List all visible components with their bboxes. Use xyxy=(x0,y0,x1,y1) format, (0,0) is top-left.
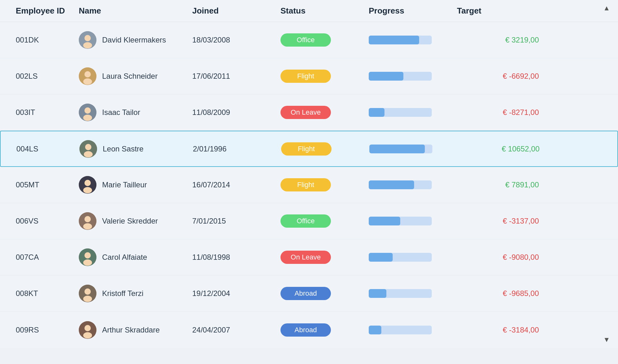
svg-point-4 xyxy=(84,71,91,77)
progress-cell xyxy=(366,326,454,334)
target-value: € 3219,00 xyxy=(454,36,542,44)
employee-name-cell: Arthur Skraddare xyxy=(76,321,189,339)
table-row[interactable]: 003IT Isaac Tailor11/08/2009On Leave€ -8… xyxy=(0,94,618,131)
status-badge: Flight xyxy=(280,70,331,83)
employee-name: Leon Sastre xyxy=(103,145,143,153)
target-value: € -9685,00 xyxy=(454,289,542,298)
header-cell-joined: Joined xyxy=(189,6,277,16)
progress-bar-fill xyxy=(369,217,400,225)
target-value: € -3184,00 xyxy=(454,326,542,334)
joined-date: 11/08/1998 xyxy=(189,253,277,262)
svg-point-13 xyxy=(84,180,91,186)
progress-bar-fill xyxy=(369,145,425,153)
table-row[interactable]: 006VS Valerie Skredder7/01/2015Office€ -… xyxy=(0,203,618,239)
employee-id: 006VS xyxy=(13,217,76,225)
employee-name-cell: Valerie Skredder xyxy=(76,212,189,230)
joined-date: 17/06/2011 xyxy=(189,72,277,81)
table-row[interactable]: 004LS Leon Sastre2/01/1996Flight€ 10652,… xyxy=(0,131,618,167)
status-badge: Abroad xyxy=(280,323,331,337)
employee-name-cell: Kristoff Terzi xyxy=(76,285,189,302)
status-badge: On Leave xyxy=(280,106,331,119)
svg-point-2 xyxy=(83,42,92,48)
table-row[interactable]: 001DK David Kleermakers18/03/2008Office€… xyxy=(0,22,618,58)
table-row[interactable]: 002LS Laura Schneider17/06/2011Flight€ -… xyxy=(0,58,618,94)
avatar xyxy=(79,248,96,266)
progress-bar-container xyxy=(369,253,432,262)
header-cell-name: Name xyxy=(76,6,189,16)
svg-point-26 xyxy=(83,332,92,338)
employee-name-cell: David Kleermakers xyxy=(76,31,189,49)
employee-name: Laura Schneider xyxy=(102,72,158,81)
status-cell: Flight xyxy=(277,178,366,191)
header-cell-progress: Progress xyxy=(366,6,454,16)
svg-point-16 xyxy=(84,216,91,222)
svg-point-11 xyxy=(84,151,93,157)
header-cell-target: Target xyxy=(454,6,542,16)
joined-date: 7/01/2015 xyxy=(189,217,277,225)
target-value: € 10652,00 xyxy=(454,145,543,153)
table-row[interactable]: 005MT Marie Tailleur16/07/2014Flight€ 78… xyxy=(0,167,618,203)
employee-name-cell: Marie Tailleur xyxy=(76,176,189,194)
progress-bar-fill xyxy=(369,108,384,117)
progress-bar-container xyxy=(369,145,432,153)
status-badge: On Leave xyxy=(280,251,331,264)
svg-point-17 xyxy=(83,223,92,230)
progress-bar-fill xyxy=(369,36,419,44)
progress-bar-fill xyxy=(369,253,393,262)
progress-bar-fill xyxy=(369,326,381,334)
svg-point-7 xyxy=(84,107,91,114)
status-badge: Abroad xyxy=(280,287,331,300)
employee-table: ▲ Employee IDNameJoinedStatusProgressTar… xyxy=(0,0,618,348)
svg-point-20 xyxy=(83,259,92,266)
table-body: 001DK David Kleermakers18/03/2008Office€… xyxy=(0,22,618,348)
employee-id: 009RS xyxy=(13,326,76,334)
joined-date: 16/07/2014 xyxy=(189,180,277,189)
svg-point-22 xyxy=(84,288,91,295)
employee-name-cell: Leon Sastre xyxy=(76,140,190,158)
table-row[interactable]: 009RS Arthur Skraddare24/04/2007Abroad€ … xyxy=(0,312,618,348)
scroll-down-button[interactable]: ▼ xyxy=(601,334,612,345)
employee-id: 008KT xyxy=(13,289,76,298)
progress-bar-container xyxy=(369,326,432,334)
target-value: € -3137,00 xyxy=(454,217,542,225)
target-value: € 7891,00 xyxy=(454,180,542,189)
employee-name-cell: Carol Alfaiate xyxy=(76,248,189,266)
employee-name-cell: Isaac Tailor xyxy=(76,104,189,121)
header-cell-status: Status xyxy=(277,6,366,16)
table-header: Employee IDNameJoinedStatusProgressTarge… xyxy=(0,0,618,22)
progress-cell xyxy=(366,253,454,262)
status-cell: On Leave xyxy=(277,251,366,264)
progress-bar-container xyxy=(369,36,432,44)
joined-date: 24/04/2007 xyxy=(189,326,277,334)
table-row[interactable]: 007CA Carol Alfaiate11/08/1998On Leave€ … xyxy=(0,239,618,276)
progress-bar-fill xyxy=(369,180,414,189)
chevron-down-icon: ▼ xyxy=(603,336,610,344)
progress-bar-fill xyxy=(369,72,403,81)
status-badge: Office xyxy=(280,33,331,47)
target-value: € -6692,00 xyxy=(454,72,542,81)
employee-id: 001DK xyxy=(13,36,76,44)
progress-cell xyxy=(366,72,454,81)
header-cell-employee-id: Employee ID xyxy=(13,6,76,16)
target-value: € -8271,00 xyxy=(454,108,542,117)
avatar xyxy=(79,31,96,49)
avatar xyxy=(79,176,96,194)
status-cell: Flight xyxy=(277,70,366,83)
status-cell: Abroad xyxy=(277,287,366,300)
progress-bar-fill xyxy=(369,289,386,298)
employee-name: David Kleermakers xyxy=(102,36,166,44)
progress-cell xyxy=(366,289,454,298)
svg-point-10 xyxy=(85,144,91,150)
avatar xyxy=(79,67,96,85)
status-cell: On Leave xyxy=(277,106,366,119)
progress-cell xyxy=(366,217,454,225)
employee-name: Arthur Skraddare xyxy=(102,326,160,334)
svg-point-19 xyxy=(84,252,91,259)
employee-id: 003IT xyxy=(13,108,76,117)
scroll-up-button[interactable]: ▲ xyxy=(601,3,612,14)
svg-point-14 xyxy=(83,187,92,193)
avatar xyxy=(79,104,96,121)
employee-name: Marie Tailleur xyxy=(102,180,147,189)
status-cell: Office xyxy=(277,33,366,47)
table-row[interactable]: 008KT Kristoff Terzi19/12/2004Abroad€ -9… xyxy=(0,276,618,312)
